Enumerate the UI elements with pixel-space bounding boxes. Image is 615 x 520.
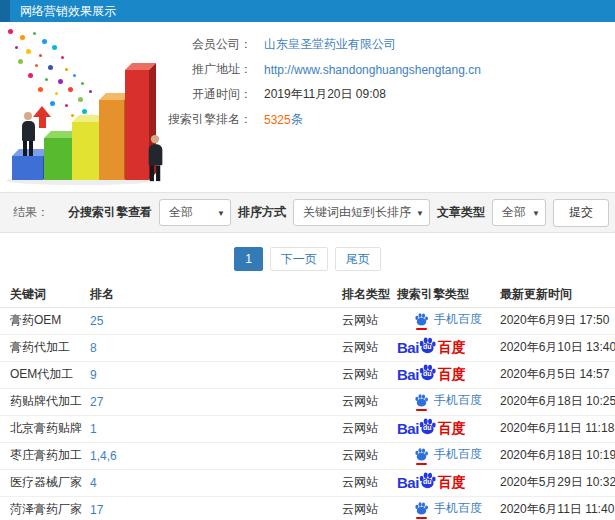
businessman-figure-right	[146, 135, 165, 181]
baidu-logo-bai: Bai	[397, 474, 419, 491]
table-row: 医疗器械厂家 4 云网站 手机百度 Bai du 百度 2020年5月29日 1…	[0, 469, 615, 496]
keyword-cell: 医疗器械厂家	[0, 469, 90, 496]
promo-url-link[interactable]: http://www.shandonghuangshengtang.cn	[264, 63, 481, 77]
filter-bar: 结果： 分搜索引擎查看 全部 ▼ 排序方式 关键词由短到长排序 ▼ 文章类型 全…	[0, 192, 615, 233]
baidu-logo-bai: Bai	[397, 339, 419, 356]
rank-count-label: 搜索引擎排名：	[168, 111, 252, 128]
col-header-updated: 最新更新时间	[500, 283, 615, 307]
company-label: 会员公司：	[168, 36, 252, 53]
updated-cell: 2020年5月29日 10:32	[500, 469, 615, 496]
table-row: OEM代加工 9 云网站 手机百度 Bai du 百度 2020年6月5日 14…	[0, 361, 615, 388]
next-page-button[interactable]: 下一页	[270, 247, 328, 271]
updated-cell: 2020年6月11日 11:18	[500, 415, 615, 442]
illustration-bar-green	[44, 138, 72, 180]
baidu-logo-cn: 百度	[438, 366, 466, 384]
member-info-section: 会员公司： 山东皇圣堂药业有限公司 推广地址： http://www.shand…	[0, 22, 615, 190]
baidu-paw-icon: du	[418, 417, 437, 436]
mobile-baidu-text: 手机百度	[434, 311, 482, 328]
filter-controls: 分搜索引擎查看 全部 ▼ 排序方式 关键词由短到长排序 ▼ 文章类型 全部 ▼ …	[68, 199, 609, 227]
table-row: 药贴牌代加工 27 云网站 手机百度 Bai du 百度 2020年6月18日 …	[0, 388, 615, 415]
engine-baidu-logo: Bai du 百度	[397, 339, 466, 357]
engine-filter-select[interactable]: 全部 ▼	[159, 199, 231, 226]
engine-mobile-baidu[interactable]: 手机百度	[414, 392, 482, 409]
keyword-cell: 药贴牌代加工	[0, 388, 90, 415]
last-page-button[interactable]: 尾页	[335, 247, 381, 271]
table-row: 枣庄膏药加工 1,4,6 云网站 手机百度 Bai du 百度 2020年6月1…	[0, 442, 615, 469]
baidu-paw-icon	[414, 501, 429, 516]
company-link[interactable]: 山东皇圣堂药业有限公司	[264, 36, 396, 53]
rank-link[interactable]: 4	[90, 476, 97, 490]
baidu-logo-bai: Bai	[397, 366, 419, 383]
engine-baidu-logo: Bai du 百度	[397, 366, 466, 384]
red-underline-bar	[416, 328, 427, 330]
updated-cell: 2020年6月5日 14:57	[500, 361, 615, 388]
updated-cell: 2020年6月9日 17:50	[500, 307, 615, 334]
baidu-logo-du: du	[418, 370, 437, 377]
updated-cell: 2020年6月18日 10:19	[500, 442, 615, 469]
keyword-cell: OEM代加工	[0, 361, 90, 388]
submit-button[interactable]: 提交	[553, 199, 609, 227]
page-header: 网络营销效果展示	[0, 0, 615, 22]
rank-link[interactable]: 8	[90, 341, 97, 355]
updated-cell: 2020年6月10日 13:40	[500, 334, 615, 361]
col-header-keyword: 关键词	[0, 283, 90, 307]
mobile-baidu-text: 手机百度	[434, 392, 482, 409]
result-label: 结果：	[13, 204, 49, 221]
sort-filter-value: 关键词由短到长排序	[303, 205, 411, 219]
rank-count-unit-link[interactable]: 条	[291, 111, 303, 128]
rank-type-cell: 云网站	[342, 334, 397, 361]
table-row: 膏药代加工 8 云网站 手机百度 Bai du 百度 2020年6月10日 13…	[0, 334, 615, 361]
engine-filter-label: 分搜索引擎查看	[68, 204, 152, 221]
baidu-logo-cn: 百度	[438, 420, 466, 438]
info-row-url: 推广地址： http://www.shandonghuangshengtang.…	[168, 57, 615, 82]
table-row: 菏泽膏药厂家 17 云网站 手机百度 Bai du 百度 2020年6月11日 …	[0, 496, 615, 520]
businessman-figure-left	[19, 112, 37, 156]
red-underline-bar	[416, 409, 427, 411]
engine-baidu-logo: Bai du 百度	[397, 420, 466, 438]
article-type-select[interactable]: 全部 ▼	[492, 199, 546, 226]
baidu-paw-icon: du	[418, 471, 437, 490]
sort-filter-select[interactable]: 关键词由短到长排序 ▼	[293, 199, 430, 226]
baidu-logo-cn: 百度	[438, 474, 466, 492]
keyword-cell: 膏药OEM	[0, 307, 90, 334]
col-header-rank-type: 排名类型	[342, 283, 397, 307]
baidu-logo-du: du	[418, 424, 437, 431]
baidu-paw-icon	[414, 447, 429, 462]
col-header-rank: 排名	[90, 283, 342, 307]
mobile-baidu-text: 手机百度	[434, 500, 482, 517]
engine-mobile-baidu[interactable]: 手机百度	[414, 311, 482, 328]
table-row: 膏药OEM 25 云网站 手机百度 Bai du 百度 2020年6月9日 17…	[0, 307, 615, 334]
info-row-company: 会员公司： 山东皇圣堂药业有限公司	[168, 32, 615, 57]
rank-link[interactable]: 25	[90, 314, 103, 328]
table-row: 北京膏药贴牌 1 云网站 手机百度 Bai du 百度 2020年6月11日 1…	[0, 415, 615, 442]
caret-down-icon: ▼	[217, 201, 225, 226]
rank-type-cell: 云网站	[342, 388, 397, 415]
baidu-paw-icon: du	[418, 363, 437, 382]
rank-type-cell: 云网站	[342, 442, 397, 469]
engine-mobile-baidu[interactable]: 手机百度	[414, 500, 482, 517]
member-info-fields: 会员公司： 山东皇圣堂药业有限公司 推广地址： http://www.shand…	[168, 22, 615, 190]
rank-type-cell: 云网站	[342, 496, 397, 520]
baidu-logo-cn: 百度	[438, 339, 466, 357]
illustration-bar-orange	[99, 100, 124, 180]
mobile-baidu-text: 手机百度	[434, 446, 482, 463]
rank-link[interactable]: 9	[90, 368, 97, 382]
keyword-cell: 枣庄膏药加工	[0, 442, 90, 469]
rank-link[interactable]: 27	[90, 395, 103, 409]
rank-link[interactable]: 1,4,6	[90, 449, 117, 463]
rank-link[interactable]: 1	[90, 422, 97, 436]
baidu-logo-bai: Bai	[397, 420, 419, 437]
engine-mobile-baidu[interactable]: 手机百度	[414, 446, 482, 463]
promo-url-label: 推广地址：	[168, 61, 252, 78]
engine-baidu-logo: Bai du 百度	[397, 474, 466, 492]
pagination: 1 下一页 尾页	[0, 233, 615, 283]
baidu-logo-du: du	[418, 343, 437, 350]
updated-cell: 2020年6月11日 11:40	[500, 496, 615, 520]
rank-link[interactable]: 17	[90, 503, 103, 517]
rank-type-cell: 云网站	[342, 307, 397, 334]
article-type-value: 全部	[502, 205, 526, 219]
caret-down-icon: ▼	[532, 201, 540, 226]
bar-chart-illustration	[0, 25, 168, 187]
confetti-dots	[8, 29, 13, 34]
page-button-current[interactable]: 1	[234, 247, 263, 271]
